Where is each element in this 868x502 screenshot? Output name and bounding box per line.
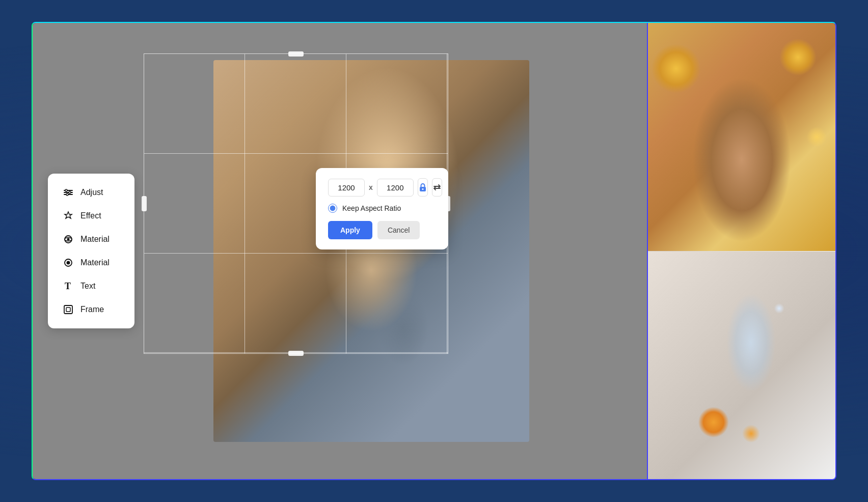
adjust-icon xyxy=(62,187,74,198)
height-input[interactable] xyxy=(377,179,414,197)
keep-aspect-row: Keep Aspect Ratio xyxy=(328,204,436,213)
thumbnail-drink[interactable] xyxy=(648,251,835,480)
material2-icon xyxy=(62,257,74,268)
sidebar-item-frame-label: Frame xyxy=(80,305,104,314)
svg-point-8 xyxy=(67,238,70,241)
sidebar-item-text[interactable]: T Text xyxy=(58,275,124,297)
apply-button[interactable]: Apply xyxy=(328,221,372,239)
editor-window: Adjust Effect Material xyxy=(32,22,836,480)
main-photo xyxy=(213,60,529,442)
cancel-button[interactable]: Cancel xyxy=(377,221,420,239)
dialog-buttons-row: Apply Cancel xyxy=(328,221,436,239)
material1-icon xyxy=(62,234,74,245)
svg-point-15 xyxy=(422,188,423,190)
sidebar-item-frame[interactable]: Frame xyxy=(58,299,124,320)
sidebar-item-material2-label: Material xyxy=(80,258,110,267)
crop-handle-top[interactable] xyxy=(288,51,304,57)
lock-aspect-button[interactable] xyxy=(418,178,428,197)
sidebar-item-material1-label: Material xyxy=(80,235,110,244)
sidebar-item-effect-label: Effect xyxy=(80,211,101,220)
tools-sidebar: Adjust Effect Material xyxy=(48,174,134,328)
svg-point-10 xyxy=(67,261,70,265)
resize-dialog: x Keep Aspect xyxy=(316,168,448,249)
effect-icon xyxy=(62,210,74,221)
sidebar-item-effect[interactable]: Effect xyxy=(58,205,124,227)
keep-aspect-radio[interactable] xyxy=(328,204,337,213)
crop-handle-left[interactable] xyxy=(142,196,147,211)
svg-rect-13 xyxy=(66,308,70,312)
thumbnail-sunflower-woman[interactable] xyxy=(648,23,835,251)
frame-icon xyxy=(62,304,74,315)
svg-text:T: T xyxy=(65,281,71,291)
dimension-separator: x xyxy=(369,183,373,191)
svg-point-4 xyxy=(69,191,71,193)
svg-point-3 xyxy=(65,189,67,191)
text-icon: T xyxy=(62,281,74,292)
main-canvas: Adjust Effect Material xyxy=(33,23,647,479)
keep-aspect-label: Keep Aspect Ratio xyxy=(342,204,401,212)
svg-rect-12 xyxy=(64,305,72,314)
width-input[interactable] xyxy=(328,179,365,197)
sidebar-item-adjust-label: Adjust xyxy=(80,188,103,197)
svg-point-5 xyxy=(66,193,68,196)
sidebar-item-adjust[interactable]: Adjust xyxy=(58,182,124,203)
sidebar-item-material1[interactable]: Material xyxy=(58,229,124,250)
sidebar-item-text-label: Text xyxy=(80,282,95,291)
right-thumbnail-panel xyxy=(647,23,835,479)
swap-dimensions-button[interactable] xyxy=(432,178,442,197)
sidebar-item-material2[interactable]: Material xyxy=(58,252,124,273)
resize-inputs-row: x xyxy=(328,178,436,197)
